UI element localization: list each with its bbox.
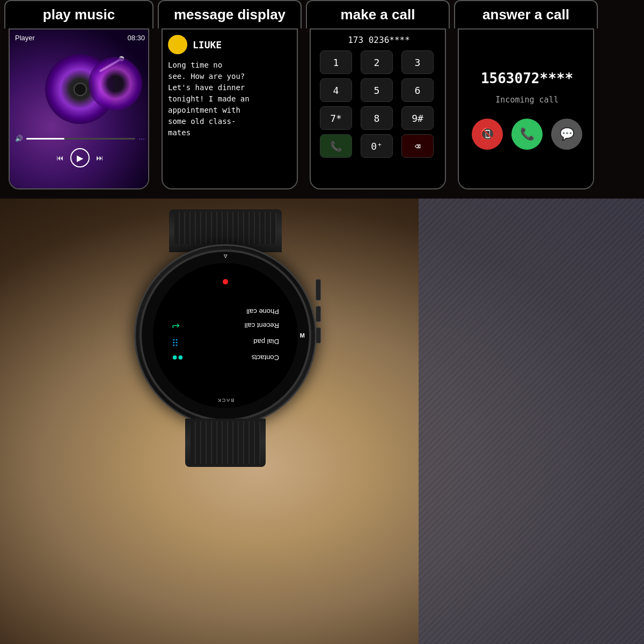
decline-button[interactable]: 📵 (472, 119, 503, 150)
accept-icon: 📞 (520, 127, 535, 141)
sender-avatar (168, 35, 187, 54)
bezel-right-mark: M (300, 332, 305, 339)
incoming-number: 1563072**** (481, 70, 573, 86)
play-music-label: play music (4, 0, 153, 28)
red-dot-indicator (223, 279, 228, 284)
key-call[interactable]: 📞 (320, 134, 352, 158)
dialpad-icon: ⠿ (172, 336, 179, 348)
dialpad: 1 2 3 4 5 6 7* 8 9# 📞 0⁺ ⌫ (320, 50, 438, 158)
message-text: Long time no see. How are you? Let's hav… (168, 60, 294, 138)
play-time: 08:30 (127, 34, 145, 42)
watch-band-bottom (185, 419, 266, 467)
side-button-top[interactable] (316, 279, 321, 301)
key-1[interactable]: 1 (320, 50, 352, 74)
watch-screen-content: Contacts ●● Dial pad ⠿ Recent call ↩ Pho… (153, 263, 298, 408)
player-label: Player (15, 34, 35, 42)
watch: ▽ M SPORT Contacts ●● Dial pad ⠿ Recent (118, 209, 333, 467)
watch-case: ▽ M SPORT Contacts ●● Dial pad ⠿ Recent (134, 244, 317, 427)
call-display: 173 0236**** 1 2 3 4 5 6 7* 8 9# 📞 0⁺ ⌫ (311, 30, 446, 189)
answer-display: 1563072**** Incoming call 📵 📞 💬 (459, 30, 594, 189)
message-button[interactable]: 💬 (551, 119, 582, 150)
answer-call-panel: answer a call 1563072**** Incoming call … (454, 0, 598, 189)
music-header: Player 08:30 (10, 30, 149, 46)
phone-label: Phone call (246, 308, 279, 316)
watch-bezel: ▽ M SPORT Contacts ●● Dial pad ⠿ Recent (140, 250, 311, 421)
message-screen: LIUKE Long time no see. How are you? Let… (162, 28, 298, 189)
incoming-label: Incoming call (495, 95, 558, 105)
back-text: BACK (217, 398, 235, 403)
call-screen: 173 0236**** 1 2 3 4 5 6 7* 8 9# 📞 0⁺ ⌫ (310, 28, 446, 189)
play-music-panel: play music Player 08:30 🔊 (4, 0, 153, 189)
message-header: LIUKE (168, 35, 294, 54)
vinyl-center (74, 83, 87, 96)
play-music-screen: Player 08:30 🔊 ··· (9, 28, 149, 189)
menu-item-recent[interactable]: Recent call ↩ (172, 320, 279, 332)
key-7[interactable]: 7* (320, 106, 352, 130)
key-6[interactable]: 6 (401, 78, 434, 102)
call-number: 173 0236**** (348, 35, 410, 45)
dialpad-label: Dial pad (253, 338, 279, 346)
key-4[interactable]: 4 (320, 78, 352, 102)
volume-icon: 🔊 (15, 135, 23, 142)
answer-call-label: answer a call (454, 0, 598, 28)
music-progress: 🔊 ··· (10, 132, 149, 145)
key-backspace[interactable]: ⌫ (401, 134, 434, 158)
decline-icon: 📵 (480, 127, 495, 141)
key-5[interactable]: 5 (361, 78, 393, 102)
menu-item-dialpad[interactable]: Dial pad ⠿ (172, 336, 279, 348)
progress-bar-bg (26, 138, 135, 140)
accept-button[interactable]: 📞 (511, 119, 543, 150)
contacts-label: Contacts (252, 354, 279, 362)
music-display: Player 08:30 🔊 ··· (10, 30, 149, 189)
key-2[interactable]: 2 (361, 50, 393, 74)
vinyl-container (10, 46, 149, 132)
answer-buttons: 📵 📞 💬 (472, 119, 582, 150)
music-controls[interactable]: ⏮ ▶ ⏭ (10, 145, 149, 171)
rewind-button[interactable]: ⏮ (56, 153, 64, 162)
top-panels: play music Player 08:30 🔊 (0, 0, 644, 189)
recent-label: Recent call (245, 322, 279, 330)
second-disc (89, 57, 142, 111)
make-call-label: make a call (306, 0, 450, 28)
side-button-mid[interactable] (316, 306, 321, 322)
message-icon: 💬 (560, 127, 574, 141)
more-icon: ··· (138, 134, 145, 143)
answer-screen: 1563072**** Incoming call 📵 📞 💬 (458, 28, 594, 189)
play-button[interactable]: ▶ (70, 148, 90, 167)
key-8[interactable]: 8 (361, 106, 393, 130)
menu-item-phone[interactable]: Phone call (172, 308, 279, 316)
message-display-label: message display (158, 0, 302, 28)
message-display-panel: message display LIUKE Long time no see. … (158, 0, 302, 189)
sender-name: LIUKE (193, 39, 222, 50)
message-display: LIUKE Long time no see. How are you? Let… (163, 30, 298, 189)
key-9[interactable]: 9# (401, 106, 434, 130)
play-icon: ▶ (77, 153, 83, 163)
recent-icon: ↩ (172, 320, 180, 332)
fabric-background (419, 199, 644, 644)
side-button-bot[interactable] (316, 327, 321, 343)
progress-bar-fill (26, 138, 64, 140)
forward-button[interactable]: ⏭ (96, 153, 104, 162)
key-0[interactable]: 0⁺ (361, 134, 393, 158)
contacts-icon: ●● (172, 352, 184, 363)
make-call-panel: make a call 173 0236**** 1 2 3 4 5 6 7* … (306, 0, 450, 189)
bezel-top-mark: ▽ (224, 254, 227, 259)
menu-item-contacts[interactable]: Contacts ●● (172, 352, 279, 363)
key-3[interactable]: 3 (401, 50, 434, 74)
watch-display: Contacts ●● Dial pad ⠿ Recent call ↩ Pho… (153, 263, 298, 408)
